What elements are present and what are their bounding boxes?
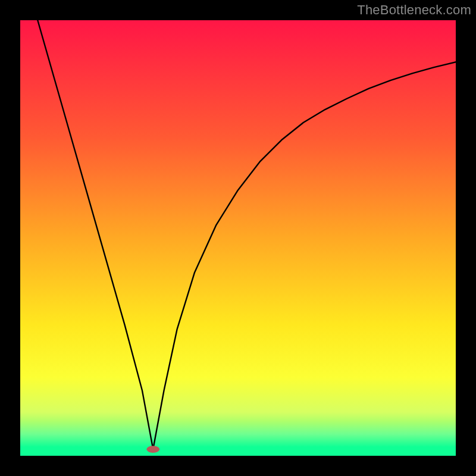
watermark-label: TheBottleneck.com — [357, 2, 471, 18]
gradient-background — [20, 20, 456, 456]
chart-outer: TheBottleneck.com — [0, 0, 476, 476]
bottleneck-marker — [146, 446, 159, 453]
gradient-plot — [20, 20, 456, 456]
